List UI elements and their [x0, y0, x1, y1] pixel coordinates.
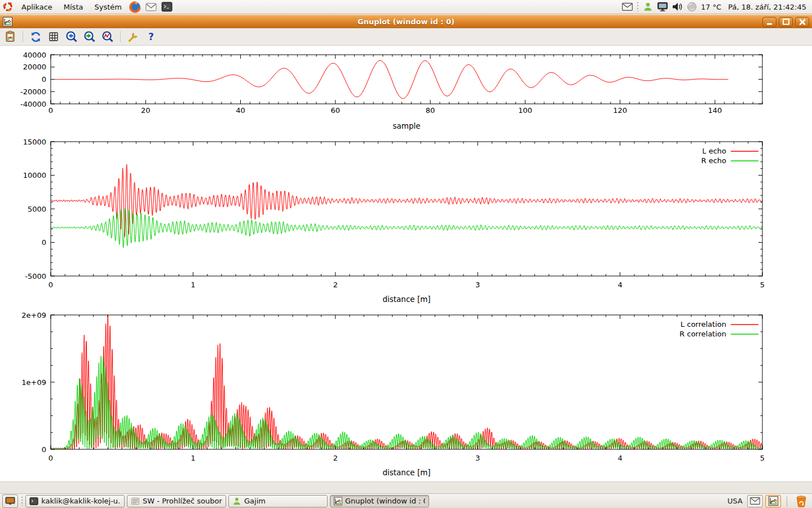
- minimize-button[interactable]: [762, 17, 776, 27]
- keyboard-layout-indicator[interactable]: USA: [727, 497, 743, 505]
- gnuplot-icon: [769, 496, 778, 506]
- x-tick-label: 4: [617, 454, 622, 462]
- clock-label[interactable]: Pá, 18. září, 21:42:45: [728, 3, 806, 11]
- gnuplot-notification-button[interactable]: [765, 495, 781, 507]
- y-tick-label: 0: [42, 75, 46, 84]
- plot-border: [51, 142, 762, 276]
- x-tick-label: 60: [331, 106, 341, 115]
- y-tick-label: -40000: [20, 100, 46, 108]
- task-gnuplot[interactable]: Gnuplot (window id : 0): [330, 495, 429, 507]
- close-button[interactable]: [795, 17, 809, 27]
- mail-icon[interactable]: [145, 1, 157, 13]
- window-titlebar[interactable]: Gnuplot (window id : 0): [0, 15, 812, 28]
- gajim-status-icon[interactable]: [642, 1, 654, 12]
- maximize-icon: [783, 19, 789, 25]
- menu-system-label: Systém: [94, 3, 121, 11]
- zoom-next-icon[interactable]: [83, 30, 96, 43]
- gnuplot-icon: [334, 497, 342, 506]
- task-label: Gajim: [244, 497, 266, 505]
- y-tick-label: -20000: [20, 87, 46, 96]
- plot-3: 0123452e+091e+090distance [m]L correlati…: [21, 311, 765, 478]
- x-tick-label: 0: [48, 454, 53, 462]
- task-file-manager[interactable]: SW - Prohlížeč souborů: [127, 495, 226, 507]
- x-tick-label: 1: [191, 454, 195, 462]
- zoom-previous-icon[interactable]: [65, 30, 78, 43]
- y-tick-label: -5000: [25, 272, 46, 281]
- show-desktop-button[interactable]: [2, 494, 18, 508]
- copy-to-clipboard-icon[interactable]: [3, 30, 17, 43]
- temperature-label: 17 °C: [701, 3, 721, 11]
- gnuplot-window: Gnuplot (window id : 0): [0, 15, 812, 493]
- menu-applications-label: Aplikace: [21, 3, 52, 11]
- mail-notification-icon: [750, 497, 760, 505]
- volume-icon[interactable]: [672, 1, 683, 12]
- toolbar-separator: [120, 31, 121, 42]
- task-terminal[interactable]: kaklik@kaklik-kolej-u...: [25, 495, 125, 507]
- toggle-grid-icon[interactable]: [47, 30, 60, 43]
- minimize-icon: [767, 23, 772, 25]
- y-tick-label: 2e+09: [21, 311, 46, 319]
- x-axis-label: sample: [392, 121, 420, 130]
- task-gajim[interactable]: Gajim: [228, 495, 328, 507]
- terminal-icon: [29, 497, 38, 506]
- y-tick-label: 0: [42, 238, 46, 247]
- window-toolbar: ?: [0, 28, 812, 46]
- taskbar-handle: [20, 497, 23, 506]
- display-icon[interactable]: [657, 1, 668, 12]
- trash-icon: [795, 495, 807, 507]
- gnuplot-canvas[interactable]: 02040608010012014040000200000-20000-4000…: [0, 46, 812, 481]
- menu-applications[interactable]: Aplikace: [16, 0, 58, 14]
- series-r-correlation: [51, 356, 762, 449]
- show-desktop-icon: [5, 497, 15, 506]
- weather-icon[interactable]: [686, 1, 698, 12]
- series-sample-chirp: [51, 60, 728, 98]
- x-tick-label: 2: [333, 454, 338, 462]
- close-icon: [799, 19, 806, 25]
- trash-applet[interactable]: [793, 494, 810, 508]
- apply-zoom-icon[interactable]: [101, 30, 114, 43]
- x-tick-label: 2: [333, 281, 338, 289]
- y-tick-label: 1e+09: [21, 378, 46, 387]
- plot-border: [51, 315, 762, 449]
- taskbar: kaklik@kaklik-kolej-u... SW - Prohlížeč …: [0, 493, 812, 508]
- file-manager-icon: [131, 497, 140, 506]
- menu-places[interactable]: Místa: [58, 0, 89, 14]
- ubuntu-logo-icon[interactable]: [2, 1, 14, 13]
- x-tick-label: 80: [426, 106, 435, 115]
- x-tick-label: 0: [48, 106, 53, 115]
- x-axis-label: distance [m]: [382, 295, 430, 304]
- terminal-icon[interactable]: [161, 1, 173, 13]
- top-panel: Aplikace Místa Systém: [0, 0, 812, 14]
- x-tick-label: 120: [613, 106, 627, 115]
- series-l-correlation: [51, 315, 762, 449]
- x-tick-label: 1: [191, 281, 195, 289]
- taskbar-separator: [787, 496, 787, 507]
- mail-notification-icon[interactable]: [621, 1, 633, 12]
- menu-places-label: Místa: [64, 3, 83, 11]
- firefox-icon[interactable]: [129, 1, 142, 13]
- help-icon[interactable]: ?: [144, 30, 158, 43]
- gajim-icon: [232, 497, 241, 506]
- y-tick-label: 0: [42, 445, 46, 454]
- y-tick-label: 40000: [23, 51, 46, 59]
- maximize-button[interactable]: [779, 17, 793, 27]
- legend-label: R correlation: [679, 330, 726, 338]
- tray-separator: [636, 2, 639, 11]
- x-tick-label: 5: [760, 454, 765, 462]
- legend-label: L echo: [702, 147, 726, 155]
- panel-tray: 17 °C Pá, 18. září, 21:42:45: [621, 1, 812, 12]
- configure-icon[interactable]: [126, 30, 140, 43]
- x-axis-label: distance [m]: [382, 468, 430, 477]
- menu-system[interactable]: Systém: [89, 0, 127, 14]
- x-tick-label: 140: [708, 106, 722, 115]
- mail-notification-button[interactable]: [747, 495, 763, 507]
- replot-icon[interactable]: [29, 30, 42, 43]
- y-tick-label: 15000: [23, 138, 46, 146]
- legend-label: R echo: [701, 156, 726, 165]
- x-tick-label: 0: [48, 281, 53, 289]
- x-tick-label: 3: [475, 281, 480, 289]
- x-tick-label: 20: [141, 106, 151, 115]
- x-tick-label: 100: [518, 106, 532, 115]
- x-tick-label: 4: [617, 281, 622, 289]
- plot-2: 012345150001000050000-5000distance [m]L …: [23, 138, 765, 304]
